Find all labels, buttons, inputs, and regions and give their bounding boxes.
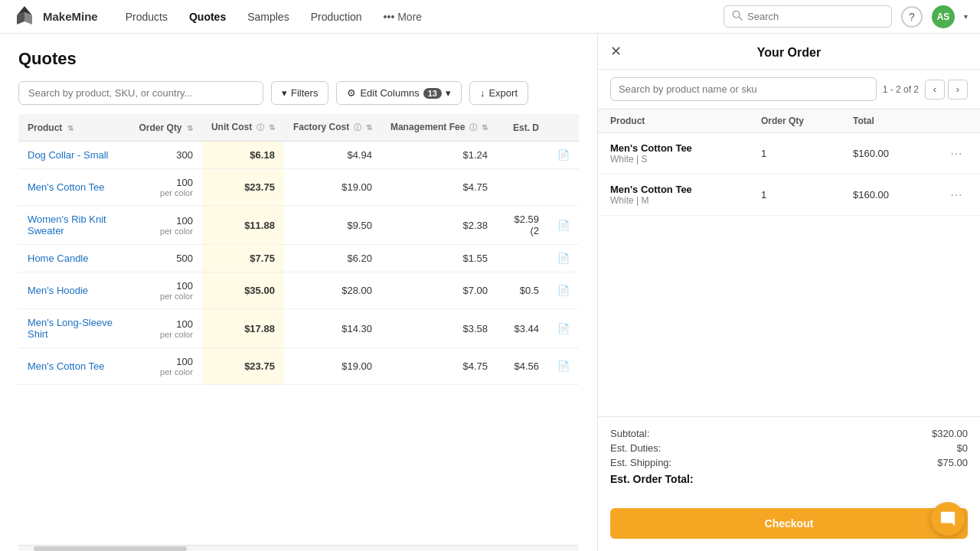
drawer-search-input[interactable] — [610, 77, 877, 101]
cell-product-name[interactable]: Dog Collar - Small — [18, 142, 130, 169]
filter-icon: ▾ — [282, 87, 287, 99]
col-est-d[interactable]: Est. D — [497, 114, 548, 142]
order-item-qty: 1 — [761, 148, 853, 159]
cell-unit-cost: $7.75 — [202, 245, 284, 272]
global-search-input[interactable] — [747, 11, 884, 22]
nav-quotes[interactable]: Quotes — [180, 6, 235, 28]
export-icon: ↓ — [480, 87, 485, 99]
avatar[interactable]: AS — [932, 5, 955, 28]
cell-est-d — [497, 169, 548, 206]
order-table-header: Product Order Qty Total — [598, 109, 980, 133]
chat-bubble-button[interactable] — [931, 502, 965, 536]
col-management-fee[interactable]: Management Fee ⓘ ⇅ — [381, 114, 497, 142]
drawer-pagination: 1 - 2 of 2 — [883, 84, 919, 95]
order-item-total: $160.00 — [853, 148, 945, 159]
quotes-table: Product ⇅ Order Qty ⇅ Unit Cost ⓘ ⇅ — [18, 114, 579, 385]
cell-order-qty: 100 per color — [130, 206, 202, 245]
order-summary: Subtotal: $320.00 Est. Duties: $0 Est. S… — [598, 416, 980, 499]
product-search-input[interactable] — [18, 81, 263, 105]
cell-factory-cost: $6.20 — [284, 245, 381, 272]
avatar-chevron-icon[interactable]: ▾ — [964, 12, 968, 21]
cell-factory-cost: $28.00 — [284, 272, 381, 309]
cell-row-icon[interactable] — [548, 169, 579, 206]
info-mgmt-fee-icon: ⓘ — [469, 123, 477, 132]
cell-row-icon[interactable]: 📄 — [548, 245, 579, 272]
drawer-title: Your Order — [757, 46, 821, 60]
quotes-table-wrap: Product ⇅ Order Qty ⇅ Unit Cost ⓘ ⇅ — [18, 114, 579, 545]
drawer-header: ✕ Your Order — [598, 34, 980, 70]
horizontal-scrollbar[interactable] — [18, 545, 579, 551]
col-factory-cost[interactable]: Factory Cost ⓘ ⇅ — [284, 114, 381, 142]
cell-management-fee: $4.75 — [381, 348, 497, 385]
table-row: Home Candle 500 $7.75 $6.20 $1.55 📄 — [18, 245, 579, 272]
order-item-total: $160.00 — [853, 189, 945, 201]
table-row: Women's Rib Knit Sweater 100 per color $… — [18, 206, 579, 245]
order-item-qty: 1 — [761, 189, 853, 201]
order-col-product: Product — [610, 116, 761, 126]
prev-page-button[interactable]: ‹ — [925, 80, 945, 99]
subtotal-label: Subtotal: — [610, 428, 649, 439]
cell-est-d — [497, 142, 548, 169]
export-button[interactable]: ↓ Export — [469, 81, 528, 105]
col-unit-cost[interactable]: Unit Cost ⓘ ⇅ — [202, 114, 284, 142]
global-search-box[interactable] — [724, 5, 892, 28]
columns-icon: ⚙ — [347, 87, 356, 99]
order-item-product: Men's Cotton Tee White | M — [610, 184, 761, 206]
cell-factory-cost: $14.30 — [284, 309, 381, 348]
cell-row-icon[interactable]: 📄 — [548, 272, 579, 309]
drawer-search-row: 1 - 2 of 2 ‹ › — [598, 70, 980, 109]
scrollbar-thumb — [34, 546, 187, 551]
nav-products[interactable]: Products — [116, 6, 177, 28]
cell-product-name[interactable]: Home Candle — [18, 245, 130, 272]
cell-row-icon[interactable]: 📄 — [548, 348, 579, 385]
edit-columns-button[interactable]: ⚙ Edit Columns 13 ▾ — [336, 81, 462, 105]
order-item: Men's Cotton Tee White | S 1 $160.00 ⋯ — [598, 133, 980, 174]
filters-button[interactable]: ▾ Filters — [271, 81, 328, 105]
cell-product-name[interactable]: Men's Hoodie — [18, 272, 130, 309]
total-row: Est. Order Total: — [610, 473, 968, 485]
cell-management-fee: $2.38 — [381, 206, 497, 245]
col-product[interactable]: Product ⇅ — [18, 114, 130, 142]
cell-management-fee: $1.55 — [381, 245, 497, 272]
sort-product-icon: ⇅ — [67, 124, 74, 132]
cell-product-name[interactable]: Women's Rib Knit Sweater — [18, 206, 130, 245]
close-drawer-button[interactable]: ✕ — [610, 44, 622, 58]
checkout-button[interactable]: Checkout — [610, 508, 968, 539]
drawer-pagination-buttons: ‹ › — [925, 80, 968, 99]
order-item-more-button[interactable]: ⋯ — [945, 146, 968, 161]
table-row: Men's Cotton Tee 100 per color $23.75 $1… — [18, 348, 579, 385]
nav-production[interactable]: Production — [302, 6, 371, 28]
order-item: Men's Cotton Tee White | M 1 $160.00 ⋯ — [598, 174, 980, 216]
col-order-qty[interactable]: Order Qty ⇅ — [130, 114, 202, 142]
cell-order-qty: 100 per color — [130, 348, 202, 385]
cell-row-icon[interactable]: 📄 — [548, 309, 579, 348]
help-button[interactable]: ? — [901, 6, 923, 28]
cell-row-icon[interactable]: 📄 — [548, 142, 579, 169]
cell-product-name[interactable]: Men's Cotton Tee — [18, 169, 130, 206]
next-page-button[interactable]: › — [948, 80, 968, 99]
cell-row-icon[interactable]: 📄 — [548, 206, 579, 245]
table-header-row: Product ⇅ Order Qty ⇅ Unit Cost ⓘ ⇅ — [18, 114, 579, 142]
edit-columns-chevron-icon: ▾ — [446, 87, 451, 99]
shipping-row: Est. Shipping: $75.00 — [610, 457, 968, 468]
cell-product-name[interactable]: Men's Cotton Tee — [18, 348, 130, 385]
cell-unit-cost: $6.18 — [202, 142, 284, 169]
cell-est-d: $3.44 — [497, 309, 548, 348]
order-item-more-button[interactable]: ⋯ — [945, 187, 968, 202]
brand-logo[interactable]: MakeMine — [12, 5, 98, 29]
col-actions — [548, 114, 579, 142]
table-row: Men's Hoodie 100 per color $35.00 $28.00… — [18, 272, 579, 309]
nav-links: Products Quotes Samples Production ••• M… — [116, 6, 705, 28]
order-total-label: Est. Order Total: — [610, 473, 694, 485]
cell-est-d: $2.59 (2 — [497, 206, 548, 245]
cell-product-name[interactable]: Men's Long-Sleeve Shirt — [18, 309, 130, 348]
cell-unit-cost: $23.75 — [202, 348, 284, 385]
nav-more[interactable]: ••• More — [374, 6, 432, 28]
svg-line-4 — [739, 17, 742, 20]
subtotal-row: Subtotal: $320.00 — [610, 428, 968, 439]
page-title: Quotes — [18, 49, 579, 69]
cell-est-d — [497, 245, 548, 272]
nav-samples[interactable]: Samples — [238, 6, 298, 28]
sort-mgmt-fee-icon: ⇅ — [482, 123, 488, 132]
navbar: MakeMine Products Quotes Samples Product… — [0, 0, 980, 34]
